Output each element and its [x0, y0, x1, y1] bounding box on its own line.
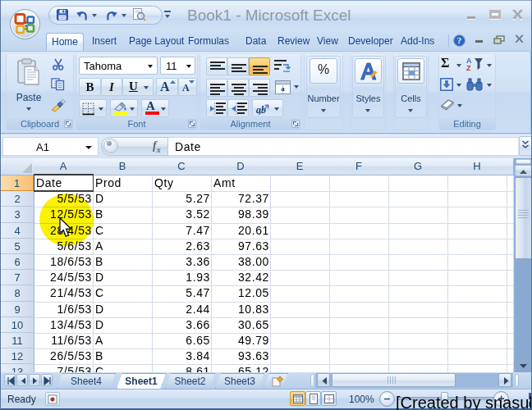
svg-text:Z: Z — [466, 64, 471, 71]
svg-text:?: ? — [457, 35, 462, 45]
svg-text:a: a — [281, 84, 285, 93]
svg-text:ab: ab — [256, 104, 266, 116]
